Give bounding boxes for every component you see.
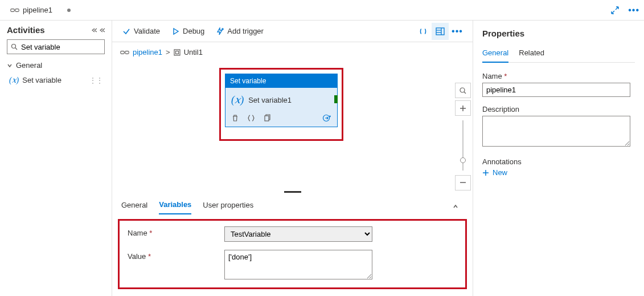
- drag-grip-icon[interactable]: ⋮⋮: [89, 76, 102, 85]
- pipeline-icon: [10, 7, 19, 14]
- new-annotation-button[interactable]: New: [482, 168, 635, 177]
- canvas-more-button[interactable]: •••: [449, 23, 466, 40]
- output-port[interactable]: [334, 95, 338, 103]
- expand-icon[interactable]: [606, 3, 624, 18]
- breadcrumb-sep: >: [166, 48, 170, 56]
- tab-user-properties[interactable]: User properties: [203, 198, 253, 214]
- activities-title: Activities: [7, 25, 45, 35]
- svg-point-2: [12, 44, 16, 48]
- svg-rect-12: [174, 50, 180, 55]
- code-view-button[interactable]: [415, 23, 432, 40]
- zoom-control: [453, 60, 473, 190]
- more-icon[interactable]: •••: [624, 2, 644, 19]
- breadcrumb-child: Until1: [184, 48, 203, 56]
- zoom-search-button[interactable]: [455, 83, 471, 98]
- prop-name-input[interactable]: [482, 83, 630, 97]
- group-label: General: [16, 61, 42, 70]
- validate-button[interactable]: Validate: [119, 25, 163, 38]
- chevron-down-icon: [7, 63, 13, 68]
- validate-label: Validate: [134, 27, 160, 35]
- svg-rect-10: [121, 51, 124, 54]
- collapse-all-icon[interactable]: [91, 27, 97, 33]
- debug-label: Debug: [183, 27, 204, 35]
- search-icon: [11, 43, 18, 50]
- name-select[interactable]: TestVariable: [224, 226, 372, 242]
- svg-point-18: [460, 88, 465, 92]
- variables-form: Name TestVariable Value: [118, 219, 467, 289]
- debug-button[interactable]: Debug: [168, 25, 208, 38]
- svg-rect-14: [265, 116, 269, 121]
- pipeline-tab[interactable]: pipeline1: [6, 3, 75, 17]
- variable-icon: (𝑥): [231, 94, 244, 106]
- svg-rect-0: [11, 9, 14, 11]
- until-glyph-icon: [174, 49, 181, 56]
- zoom-track[interactable]: [462, 120, 463, 170]
- prop-desc-input[interactable]: [482, 116, 630, 147]
- group-general[interactable]: General: [7, 59, 105, 72]
- zoom-thumb[interactable]: [460, 157, 466, 163]
- tab-title: pipeline1: [23, 6, 52, 14]
- zoom-out-button[interactable]: [455, 175, 471, 190]
- prop-tab-related[interactable]: Related: [519, 46, 544, 62]
- properties-title: Properties: [482, 29, 635, 38]
- breadcrumb-root[interactable]: pipeline1: [133, 48, 162, 56]
- card-title: Set variable1: [248, 96, 292, 104]
- name-label: Name: [128, 226, 224, 237]
- tab-general[interactable]: General: [121, 198, 147, 214]
- search-input[interactable]: [21, 43, 101, 51]
- play-icon: [171, 27, 179, 35]
- trigger-icon: [216, 27, 224, 35]
- unsaved-dot-icon: [67, 9, 71, 12]
- variable-icon: (𝑥): [9, 75, 19, 85]
- value-label: Value: [128, 250, 224, 261]
- prop-desc-label: Description: [482, 105, 635, 113]
- delete-icon[interactable]: [231, 114, 239, 122]
- prop-name-label: Name: [482, 72, 635, 80]
- new-annotation-label: New: [493, 168, 507, 177]
- zoom-in-button[interactable]: [455, 100, 471, 116]
- activity-set-variable[interactable]: (𝑥) Set variable ⋮⋮: [7, 73, 105, 87]
- canvas-toolbar: Validate Debug Add trigger •••: [112, 21, 473, 42]
- pipeline-glyph-icon: [120, 49, 129, 56]
- svg-rect-1: [15, 9, 19, 11]
- add-output-icon[interactable]: [322, 114, 331, 122]
- activities-panel: Activities: [0, 21, 112, 296]
- breadcrumb: pipeline1 > Until1: [112, 42, 473, 60]
- bottom-tabs: General Variables User properties: [112, 193, 473, 214]
- svg-rect-6: [436, 28, 444, 35]
- copy-icon[interactable]: [263, 114, 271, 122]
- design-canvas[interactable]: Set variable (𝑥) Set variable1: [112, 60, 453, 190]
- activity-card[interactable]: Set variable (𝑥) Set variable1: [225, 74, 338, 127]
- svg-line-19: [464, 92, 466, 94]
- add-trigger-label: Add trigger: [227, 27, 264, 35]
- title-bar: pipeline1 •••: [0, 0, 644, 21]
- svg-rect-11: [125, 51, 129, 54]
- prop-annot-label: Annotations: [482, 157, 635, 166]
- properties-toggle-button[interactable]: [432, 23, 449, 40]
- collapse-panel-icon[interactable]: [99, 27, 105, 33]
- activities-search[interactable]: [7, 39, 105, 54]
- activity-label: Set variable: [22, 76, 61, 84]
- tab-variables[interactable]: Variables: [159, 198, 191, 214]
- prop-tab-general[interactable]: General: [482, 46, 508, 63]
- card-header: Set variable: [225, 74, 337, 88]
- add-trigger-button[interactable]: Add trigger: [212, 25, 267, 38]
- svg-rect-13: [175, 51, 178, 54]
- braces-icon[interactable]: [247, 114, 255, 122]
- value-textarea[interactable]: [224, 250, 372, 279]
- collapse-bottom-icon[interactable]: [448, 201, 463, 212]
- check-icon: [122, 27, 130, 35]
- properties-panel: Properties General Related Name Descript…: [473, 21, 644, 296]
- svg-line-3: [15, 48, 17, 50]
